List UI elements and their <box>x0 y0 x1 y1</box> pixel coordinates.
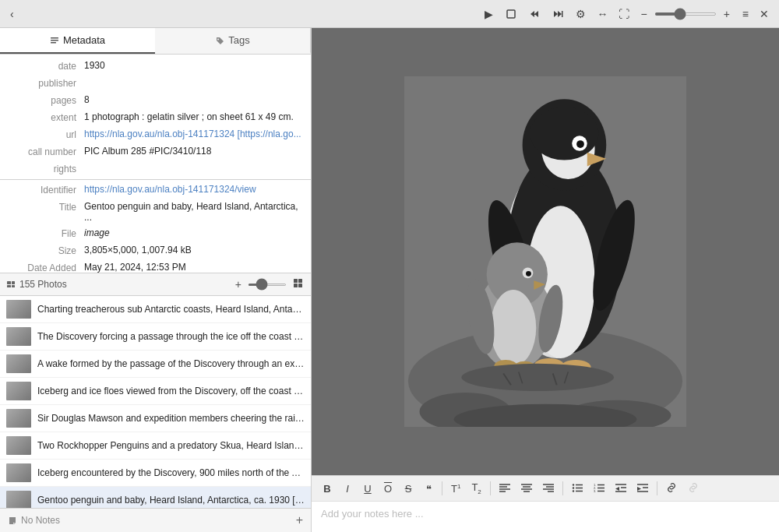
list-bullet-button[interactable] <box>567 481 587 497</box>
metadata-row-date: date 1930 <box>0 58 311 75</box>
metadata-row-dateadded: Date Added May 21, 2024, 12:53 PM <box>0 259 311 273</box>
underline-button[interactable]: U <box>358 481 377 497</box>
photo-title: Iceberg encountered by the Discovery, 90… <box>37 467 305 478</box>
strikethrough-button[interactable]: S <box>399 481 418 497</box>
identifier-value[interactable]: https://nla.gov.au/nla.obj-141171324/vie… <box>84 184 305 195</box>
settings-icon[interactable]: ⚙ <box>572 5 590 23</box>
photo-thumbnail <box>6 327 31 346</box>
list-item[interactable]: Iceberg encountered by the Discovery, 90… <box>0 460 311 487</box>
metadata-panel: date 1930 publisher pages 8 extent 1 pho… <box>0 55 311 273</box>
close-button[interactable]: ✕ <box>756 5 773 23</box>
svg-point-25 <box>576 140 584 148</box>
bold-button[interactable]: B <box>318 481 337 497</box>
zoom-out-button[interactable]: − <box>636 5 650 23</box>
list-item[interactable]: A wake formed by the passage of the Disc… <box>0 351 311 378</box>
rights-label: rights <box>6 163 84 174</box>
svg-point-23 <box>530 107 598 160</box>
image-container[interactable] <box>312 28 779 475</box>
add-photo-button[interactable]: + <box>234 277 243 292</box>
add-note-button[interactable]: + <box>296 513 303 527</box>
photo-thumbnail <box>6 409 31 428</box>
subscript-button[interactable]: T2 <box>467 479 485 498</box>
list-item[interactable]: Gentoo penguin and baby, Heard Island, A… <box>0 487 311 508</box>
zoom-slider[interactable] <box>654 12 717 16</box>
link-button[interactable] <box>661 481 682 497</box>
list-item[interactable]: Charting treacherous sub Antarctic coast… <box>0 296 311 323</box>
tab-metadata[interactable]: Metadata <box>0 28 155 54</box>
quote-button[interactable]: ❝ <box>419 481 438 497</box>
notes-label: No Notes <box>8 515 60 526</box>
size-label: Size <box>6 245 84 256</box>
pages-value: 8 <box>84 94 305 105</box>
menu-button[interactable]: ≡ <box>738 5 753 23</box>
svg-rect-8 <box>294 279 298 283</box>
expand-h-button[interactable]: ↔ <box>593 5 612 23</box>
fullscreen-button[interactable]: ⛶ <box>615 5 633 23</box>
rewind-button[interactable] <box>525 6 544 22</box>
photo-thumbnail <box>6 491 31 508</box>
publisher-label: publisher <box>6 77 84 89</box>
tab-tags[interactable]: Tags <box>155 28 311 54</box>
photo-thumbnail <box>6 382 31 400</box>
main-layout: Metadata Tags date 1930 publisher pages … <box>0 28 779 532</box>
format-divider-3 <box>562 481 563 495</box>
list-item[interactable]: Iceberg and ice floes viewed from the Di… <box>0 378 311 405</box>
overline-button[interactable]: O <box>379 481 397 497</box>
notes-area[interactable]: Add your notes here ... <box>312 501 779 532</box>
svg-text:3.: 3. <box>594 489 596 492</box>
italic-button[interactable]: I <box>338 481 357 497</box>
back-button[interactable]: ‹ <box>6 5 18 23</box>
url-value[interactable]: https://nla.gov.au/nla.obj-141171324 [ht… <box>84 129 305 139</box>
skip-button[interactable] <box>548 6 567 22</box>
dateadded-label: Date Added <box>6 262 84 273</box>
svg-point-60 <box>573 487 574 488</box>
metadata-row-pages: pages 8 <box>0 92 311 109</box>
format-divider-1 <box>442 481 442 495</box>
superscript-button[interactable]: T1 <box>446 481 465 497</box>
list-item[interactable]: Two Rockhopper Penguins and a predatory … <box>0 432 311 460</box>
file-value: image <box>84 227 305 238</box>
svg-rect-5 <box>12 281 15 284</box>
align-center-button[interactable] <box>516 481 537 497</box>
metadata-row-rights: rights <box>0 160 311 178</box>
indent-increase-button[interactable] <box>633 481 653 497</box>
left-panel: Metadata Tags date 1930 publisher pages … <box>0 28 312 532</box>
toolbar-right: ≡ ✕ <box>738 5 773 23</box>
photo-title: A wake formed by the passage of the Disc… <box>37 358 305 369</box>
frame-button[interactable] <box>502 6 520 22</box>
list-item[interactable]: Sir Douglas Mawson and expedition member… <box>0 405 311 432</box>
tab-tags-label: Tags <box>228 34 249 46</box>
list-number-button[interactable]: 1.2.3. <box>589 481 609 497</box>
photo-title: Charting treacherous sub Antarctic coast… <box>37 304 305 315</box>
svg-rect-2 <box>51 40 58 41</box>
grid-view-button[interactable] <box>291 277 305 292</box>
title-value: Gentoo penguin and baby, Heard Island, A… <box>84 201 305 223</box>
penguin-image <box>404 76 686 427</box>
zoom-in-button[interactable]: + <box>720 5 734 23</box>
photo-list-header: 155 Photos + <box>0 273 311 296</box>
svg-rect-1 <box>51 37 58 39</box>
notes-placeholder: Add your notes here ... <box>321 508 424 520</box>
svg-rect-0 <box>507 10 515 18</box>
format-divider-2 <box>490 481 491 495</box>
list-item[interactable]: The Discovery forcing a passage through … <box>0 323 311 351</box>
metadata-row-extent: extent 1 photograph : gelatin silver ; o… <box>0 109 311 126</box>
callnumber-label: call number <box>6 146 84 157</box>
photo-thumbnail <box>6 300 31 319</box>
tabs: Metadata Tags <box>0 28 311 55</box>
tab-metadata-label: Metadata <box>63 34 105 46</box>
format-toolbar: B I U O S ❝ T1 T2 1.2.3. <box>312 475 779 501</box>
metadata-row-identifier: Identifier https://nla.gov.au/nla.obj-14… <box>0 181 311 199</box>
indent-decrease-button[interactable] <box>611 481 631 497</box>
align-left-button[interactable] <box>495 481 515 497</box>
align-right-button[interactable] <box>538 481 559 497</box>
size-slider[interactable] <box>248 284 287 286</box>
photo-title: Sir Douglas Mawson and expedition member… <box>37 413 305 424</box>
photo-title: Iceberg and ice floes viewed from the Di… <box>37 386 305 396</box>
photo-title: Gentoo penguin and baby, Heard Island, A… <box>37 495 305 506</box>
svg-rect-11 <box>298 284 302 287</box>
svg-marker-71 <box>615 487 619 491</box>
unlink-button[interactable] <box>683 481 703 497</box>
svg-point-58 <box>573 484 574 485</box>
play-button[interactable]: ▶ <box>481 5 497 23</box>
